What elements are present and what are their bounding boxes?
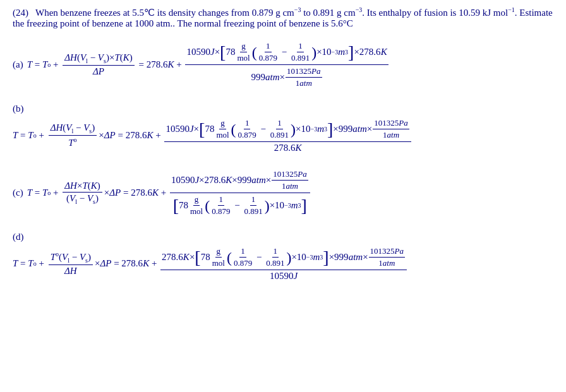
- part-c-rhs: 10590J×278.6K×999atm× 101325Pa1atm [ 78g…: [169, 168, 311, 218]
- part-d-lhs: T = To + To(Vl − Vs) ΔH ×ΔP = 278.6K +: [13, 250, 159, 277]
- problem-statement: (24) When benzene freezes at 5.5℃ its de…: [13, 6, 553, 29]
- part-c-lhs: T = To + ΔH×T(K) (Vl − Vs) ×ΔP = 278.6K …: [27, 180, 169, 206]
- part-c: (c) T = To + ΔH×T(K) (Vl − Vs) ×ΔP = 278…: [13, 168, 553, 218]
- part-d: (d) T = To + To(Vl − Vs) ΔH ×ΔP = 278.6K…: [13, 232, 553, 282]
- part-d-rhs: 278.6K× [ 78gmol ( 10.879 − 10.891 ) ×10…: [159, 245, 408, 282]
- problem-number: (24): [13, 8, 33, 18]
- part-a-rhs: 10590J× [ 78gmol ( 10.879 − 10.891 ) ×10…: [184, 40, 389, 90]
- part-b: (b) T = To + ΔH(Vl − Vs) To ×ΔP = 278.6K…: [13, 104, 553, 154]
- part-a-label: (a): [13, 59, 23, 70]
- part-b-rhs: 10590J× [ 78gmol ( 10.879 − 10.891 ) ×10…: [163, 117, 412, 154]
- part-a-lhs: T = To + ΔH(Vl − Vs)×T(K) ΔP = 278.6K +: [27, 52, 184, 78]
- part-b-lhs: T = To + ΔH(Vl − Vs) To ×ΔP = 278.6K +: [13, 122, 163, 149]
- part-a: (a) T = To + ΔH(Vl − Vs)×T(K) ΔP = 278.6…: [13, 40, 553, 90]
